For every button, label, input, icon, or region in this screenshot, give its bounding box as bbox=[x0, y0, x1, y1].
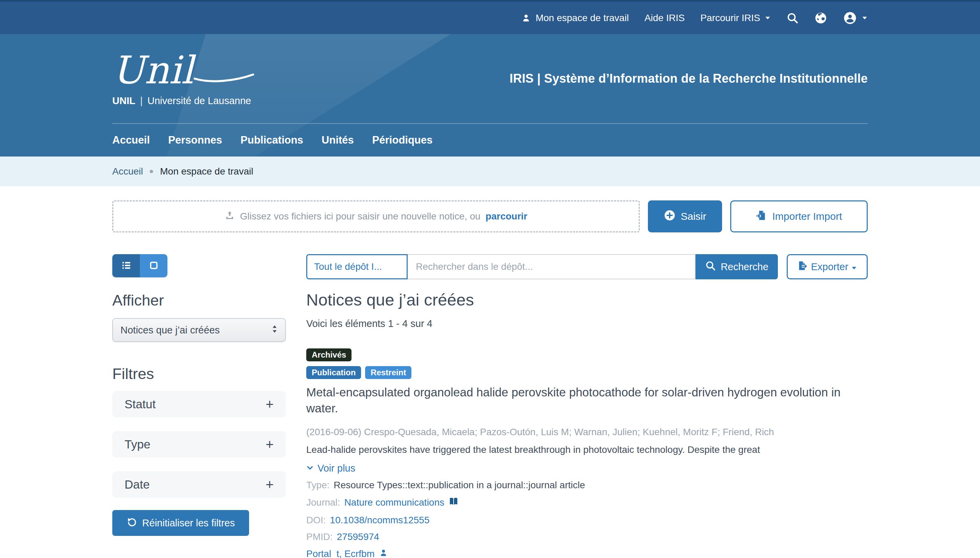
globe-icon bbox=[814, 11, 827, 25]
journal-label: Journal: bbox=[306, 497, 340, 508]
results-count: Voici les éléments 1 - 4 sur 4 bbox=[306, 318, 868, 329]
nav-item-unites[interactable]: Unités bbox=[322, 134, 354, 146]
doi-label: DOI: bbox=[306, 515, 326, 526]
browse-label: Parcourir IRIS bbox=[700, 13, 760, 23]
language-toggle[interactable] bbox=[814, 11, 827, 25]
filter-statut[interactable]: Statut + bbox=[112, 391, 286, 417]
logo-divider: | bbox=[140, 95, 143, 107]
journal-link[interactable]: Nature communications bbox=[345, 497, 445, 508]
help-label: Aide IRIS bbox=[645, 13, 685, 23]
list-view-button[interactable] bbox=[112, 254, 140, 277]
chevron-down-icon bbox=[306, 463, 314, 474]
see-more-label: Voir plus bbox=[317, 463, 355, 474]
show-select[interactable]: Notices que j’ai créées bbox=[112, 318, 286, 342]
see-more-link[interactable]: Voir plus bbox=[306, 463, 355, 474]
page-title: IRIS | Système d’Information de la Reche… bbox=[510, 71, 868, 86]
topbar: Mon espace de travail Aide IRIS Parcouri… bbox=[0, 0, 980, 34]
site-banner: Unil UNIL | Université de Lausanne IRIS … bbox=[0, 34, 980, 156]
account-icon bbox=[843, 11, 857, 25]
search-button[interactable]: Recherche bbox=[696, 254, 778, 279]
main-navigation: Accueil Personnes Publications Unités Pé… bbox=[0, 123, 980, 156]
caret-down-icon bbox=[851, 261, 857, 272]
person-icon bbox=[379, 548, 388, 558]
workspace-label: Mon espace de travail bbox=[535, 13, 629, 23]
upload-icon bbox=[225, 210, 235, 223]
export-button-label: Exporter bbox=[811, 261, 848, 272]
item-title-link[interactable]: Metal-encapsulated organolead halide per… bbox=[306, 384, 844, 417]
filters-heading: Filtres bbox=[112, 365, 286, 383]
filter-label: Type bbox=[125, 438, 150, 451]
filter-type[interactable]: Type + bbox=[112, 431, 286, 458]
import-label: Importer Import bbox=[772, 211, 842, 222]
expand-plus-icon: + bbox=[266, 437, 274, 452]
grid-view-button[interactable] bbox=[140, 254, 167, 277]
reset-icon bbox=[126, 517, 138, 530]
sidebar: Afficher Notices que j’ai créées Filtres… bbox=[112, 254, 286, 558]
search-input[interactable] bbox=[408, 254, 696, 279]
doi-link[interactable]: 10.1038/ncomms12555 bbox=[330, 515, 430, 526]
search-button-label: Recherche bbox=[721, 261, 768, 272]
reset-filters-button[interactable]: Réinitialiser les filtres bbox=[112, 510, 249, 536]
list-view-icon bbox=[120, 259, 132, 272]
portal-link[interactable]: Portal_t, Ecrfbm bbox=[306, 548, 375, 558]
workspace-link[interactable]: Mon espace de travail bbox=[521, 13, 629, 23]
content: Glissez vos fichiers ici pour saisir une… bbox=[112, 200, 868, 558]
pmid-link[interactable]: 27595974 bbox=[337, 532, 379, 542]
nav-item-personnes[interactable]: Personnes bbox=[168, 134, 222, 146]
expand-plus-icon: + bbox=[266, 397, 274, 412]
breadcrumb-home-link[interactable]: Accueil bbox=[112, 166, 143, 177]
file-export-icon bbox=[797, 260, 808, 274]
grid-view-icon bbox=[148, 259, 159, 272]
results-panel: Tout le dépôt I... Recherche Exporter bbox=[306, 254, 868, 558]
show-select-value: Notices que j’ai créées bbox=[120, 325, 220, 336]
breadcrumb-separator-dot bbox=[150, 170, 153, 173]
logo-acronym: UNIL bbox=[112, 95, 135, 107]
file-dropzone[interactable]: Glissez vos fichiers ici pour saisir une… bbox=[112, 200, 640, 232]
saisir-label: Saisir bbox=[681, 211, 706, 222]
nav-item-accueil[interactable]: Accueil bbox=[112, 134, 150, 146]
saisir-button[interactable]: Saisir bbox=[648, 200, 722, 232]
search-toggle[interactable] bbox=[786, 12, 799, 24]
item-abstract: Lead-halide perovskites have triggered t… bbox=[306, 444, 868, 455]
type-value: Resource Types::text::publication in a j… bbox=[333, 480, 585, 491]
nav-item-publications[interactable]: Publications bbox=[241, 134, 303, 146]
status-badge: Archivés bbox=[306, 348, 351, 361]
person-icon bbox=[521, 13, 531, 23]
caret-down-icon bbox=[862, 16, 868, 20]
reset-filters-label: Réinitialiser les filtres bbox=[142, 517, 235, 529]
select-updown-icon bbox=[272, 325, 277, 336]
filter-label: Date bbox=[125, 478, 150, 491]
results-heading: Notices que j’ai créées bbox=[306, 290, 868, 309]
pmid-label: PMID: bbox=[306, 532, 333, 542]
logo-university-name: Université de Lausanne bbox=[147, 95, 251, 107]
show-heading: Afficher bbox=[112, 292, 286, 309]
plus-circle-icon bbox=[663, 209, 676, 224]
file-import-icon bbox=[756, 210, 767, 223]
expand-plus-icon: + bbox=[266, 477, 274, 492]
import-button[interactable]: Importer Import bbox=[730, 200, 868, 232]
dropzone-text: Glissez vos fichiers ici pour saisir une… bbox=[240, 211, 481, 222]
logo-flourish bbox=[193, 51, 254, 89]
logo-script-text: Unil bbox=[112, 51, 193, 89]
caret-down-icon bbox=[765, 16, 771, 20]
result-item: Archivés Publication Restreint Metal-enc… bbox=[306, 348, 868, 558]
access-badge: Restreint bbox=[365, 366, 411, 379]
export-button[interactable]: Exporter bbox=[787, 254, 868, 279]
type-badge: Publication bbox=[306, 366, 361, 379]
book-open-icon bbox=[448, 496, 459, 509]
search-icon bbox=[786, 12, 799, 24]
filter-date[interactable]: Date + bbox=[112, 471, 286, 498]
breadcrumb-current: Mon espace de travail bbox=[160, 166, 253, 177]
nav-item-periodiques[interactable]: Périodiques bbox=[372, 134, 432, 146]
breadcrumb: Accueil Mon espace de travail bbox=[0, 156, 980, 186]
browse-link[interactable]: parcourir bbox=[486, 211, 527, 222]
search-icon bbox=[705, 260, 716, 274]
help-link[interactable]: Aide IRIS bbox=[645, 13, 685, 23]
filter-label: Statut bbox=[125, 397, 156, 411]
browse-menu[interactable]: Parcourir IRIS bbox=[700, 13, 771, 23]
item-authors: (2016-09-06) Crespo-Quesada, Micaela; Pa… bbox=[306, 427, 868, 438]
type-label: Type: bbox=[306, 480, 329, 491]
unil-logo[interactable]: Unil UNIL | Université de Lausanne bbox=[112, 51, 254, 107]
search-scope-select[interactable]: Tout le dépôt I... bbox=[306, 254, 408, 279]
account-menu[interactable] bbox=[843, 11, 868, 25]
